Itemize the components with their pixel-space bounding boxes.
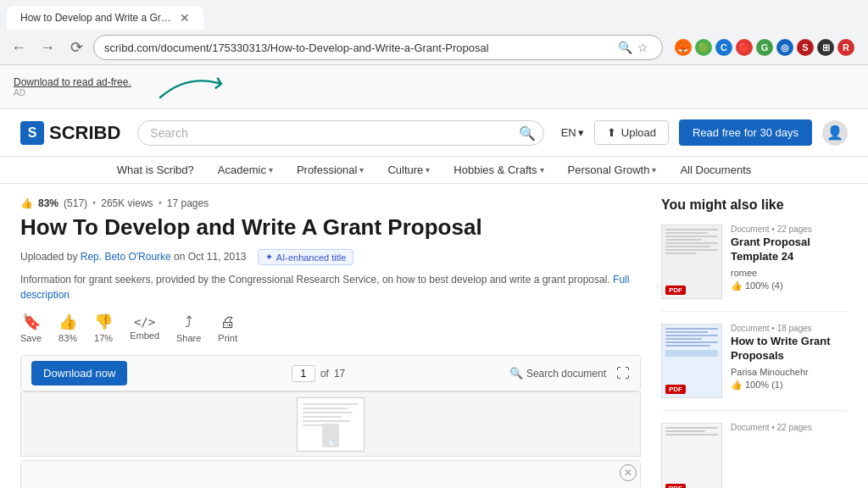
- left-content: 👍 83% (517) • 265K views • 17 pages How …: [20, 197, 641, 488]
- ext-icon-6[interactable]: ◎: [776, 39, 793, 56]
- address-bar[interactable]: scribd.com/document/175330313/How-to-Dev…: [93, 35, 663, 60]
- ext-icon-8[interactable]: ⊞: [817, 39, 834, 56]
- ext-icon-5[interactable]: G: [756, 39, 773, 56]
- card-type: Document • 22 pages: [731, 225, 848, 234]
- card-type-3: Document • 22 pages: [731, 423, 848, 432]
- extension-bar: 🦊 🟢 C 🔴 G ◎ S ⊞ R: [668, 39, 861, 56]
- upload-icon: ⬆: [607, 126, 616, 139]
- forward-button[interactable]: →: [36, 36, 59, 59]
- upload-button[interactable]: ⬆ Upload: [594, 120, 669, 145]
- ai-icon: ✦: [265, 252, 273, 263]
- page-navigation: of 17: [137, 365, 499, 382]
- thumbs-up-icon: 👍: [20, 197, 33, 209]
- scribd-logo-icon: S: [20, 121, 44, 145]
- doc-meta: 👍 83% (517) • 265K views • 17 pages: [20, 197, 641, 209]
- chevron-down-icon: ▾: [269, 165, 273, 175]
- tab-title: How to Develop and Write a Grant Proposa…: [20, 12, 173, 24]
- scribd-logo-text: SCRIBD: [49, 122, 120, 144]
- doc-thumbnail: 📄: [297, 397, 364, 452]
- thumb-line: [303, 412, 353, 413]
- pages-count: 17 pages: [167, 197, 209, 209]
- back-button[interactable]: ←: [7, 36, 31, 59]
- thumb-line: [303, 403, 359, 405]
- right-sidebar: You might also like PDF Document: [661, 197, 848, 488]
- ext-icon-4[interactable]: 🔴: [736, 39, 753, 56]
- card-author-2: Parisa Minouchehr: [731, 367, 848, 377]
- search-button[interactable]: 🔍: [519, 125, 536, 141]
- read-free-button[interactable]: Read free for 30 days: [679, 119, 812, 146]
- card-rating-2: 👍 100% (1): [731, 380, 848, 391]
- search-doc-label: Search document: [526, 368, 606, 380]
- thumb-line: [303, 408, 348, 409]
- share-action[interactable]: ⤴ Share: [176, 313, 201, 343]
- search-address-icon: 🔍: [616, 39, 632, 56]
- like-label: 83%: [58, 333, 77, 343]
- download-now-button[interactable]: Download now: [31, 361, 127, 385]
- scribd-logo[interactable]: S SCRIBD: [20, 121, 120, 145]
- pdf-badge: PDF: [665, 286, 686, 295]
- save-icon: 🔖: [22, 313, 41, 331]
- card-thumbnail-3: PDF: [661, 423, 722, 488]
- ai-badge: ✦ AI-enhanced title: [258, 249, 354, 265]
- doc-upload: Uploaded by Rep. Beto O'Rourke on Oct 11…: [20, 249, 641, 265]
- ext-icon-7[interactable]: S: [797, 39, 814, 56]
- reload-button[interactable]: ⟳: [64, 36, 88, 59]
- card-author-1: romee: [731, 268, 848, 278]
- viewer-toolbar: Download now of 17 🔍 Search document ⛶: [21, 356, 640, 391]
- search-doc-icon: 🔍: [509, 367, 523, 380]
- sidebar-card-1[interactable]: PDF Document • 22 pages Grant Proposal T…: [661, 225, 848, 312]
- page-number-input[interactable]: [292, 365, 315, 382]
- ext-icon-2[interactable]: 🟢: [695, 39, 712, 56]
- ad-text[interactable]: Download to read ad-free.: [14, 76, 131, 88]
- doc-rating: 83%: [38, 197, 58, 209]
- nav-item-culture[interactable]: Culture ▾: [387, 164, 430, 176]
- card-info-3: Document • 22 pages: [731, 423, 848, 488]
- chevron-down-icon: ▾: [359, 165, 364, 175]
- nav-item-all-documents[interactable]: All Documents: [680, 164, 751, 176]
- save-action[interactable]: 🔖 Save: [20, 313, 42, 343]
- bookmark-icon[interactable]: ☆: [636, 39, 652, 56]
- rating-icon: 👍: [731, 280, 743, 291]
- fullscreen-button[interactable]: ⛶: [616, 366, 630, 381]
- total-pages: 17: [334, 368, 345, 380]
- thumb-line: [303, 420, 350, 422]
- header-right: EN ▾ ⬆ Upload Read free for 30 days 👤: [561, 119, 848, 146]
- ext-icon-1[interactable]: 🦊: [675, 39, 692, 56]
- print-action[interactable]: 🖨 Print: [218, 313, 237, 343]
- rating-icon: 👍: [731, 380, 743, 391]
- chevron-down-icon: ▾: [540, 165, 544, 175]
- nav-item-personal-growth[interactable]: Personal Growth ▾: [568, 164, 657, 176]
- views-count: 265K views: [101, 197, 153, 209]
- thumbs-down-icon: 👎: [94, 313, 113, 331]
- doc-description: Information for grant seekers, provided …: [20, 272, 641, 302]
- search-document-button[interactable]: 🔍 Search document: [509, 367, 606, 380]
- chevron-down-icon: ▾: [578, 126, 584, 139]
- close-ad-button[interactable]: ✕: [620, 464, 637, 481]
- nav-item-academic[interactable]: Academic ▾: [218, 164, 273, 176]
- embed-action[interactable]: </> Embed: [130, 315, 159, 341]
- tab-close-icon[interactable]: ✕: [180, 11, 190, 25]
- nav-item-what-is-scribd[interactable]: What is Scribd?: [117, 164, 194, 176]
- sidebar-card-3[interactable]: PDF Document • 22 pages: [661, 423, 848, 488]
- browser-tab[interactable]: How to Develop and Write a Grant Proposa…: [7, 6, 203, 30]
- author-link[interactable]: Rep. Beto O'Rourke: [81, 251, 171, 263]
- ext-icon-3[interactable]: C: [715, 39, 732, 56]
- print-icon: 🖨: [220, 313, 236, 331]
- sidebar-card-2[interactable]: PDF Document • 18 pages How to Write Gra…: [661, 324, 848, 411]
- page-of-label: of: [320, 368, 329, 380]
- card-rating-1: 👍 100% (4): [731, 280, 848, 291]
- dislike-action[interactable]: 👎 17%: [94, 313, 113, 343]
- language-button[interactable]: EN ▾: [561, 126, 584, 139]
- search-input[interactable]: [137, 120, 543, 146]
- nav-item-hobbies[interactable]: Hobbies & Crafts ▾: [453, 164, 543, 176]
- nav-item-professional[interactable]: Professional ▾: [297, 164, 364, 176]
- embed-icon: </>: [134, 315, 155, 329]
- doc-title: How To Develop and Write A Grant Proposa…: [20, 214, 641, 241]
- embed-label: Embed: [130, 330, 159, 341]
- like-action[interactable]: 👍 83%: [58, 313, 77, 343]
- ext-icon-9[interactable]: R: [837, 39, 854, 56]
- share-label: Share: [176, 333, 201, 343]
- card-thumbnail-2: PDF: [661, 324, 722, 398]
- card-info-2: Document • 18 pages How to Write Grant P…: [731, 324, 848, 398]
- user-avatar[interactable]: 👤: [822, 120, 848, 146]
